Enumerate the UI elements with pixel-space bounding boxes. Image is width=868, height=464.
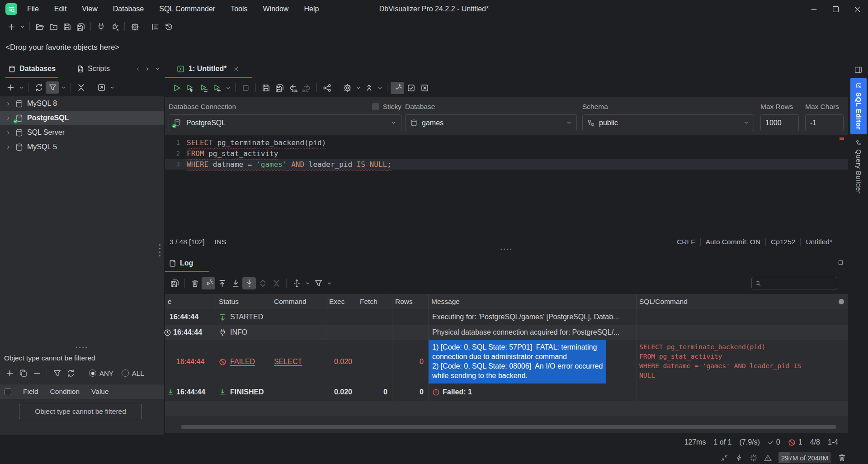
radio-any[interactable] <box>89 369 96 377</box>
expand-chevron-icon[interactable] <box>5 144 11 150</box>
close-tab-icon[interactable] <box>233 66 239 72</box>
selected-message-cell[interactable]: 1) [Code: 0, SQL State: 57P01] FATAL: te… <box>429 340 606 384</box>
merge-button[interactable] <box>362 82 376 94</box>
tree-item-mysql-5[interactable]: MySQL 5 <box>0 140 164 154</box>
database-select[interactable]: games <box>405 114 577 131</box>
check-square-button[interactable] <box>404 82 418 94</box>
log-splitter-handle[interactable]: ···· <box>165 245 848 253</box>
col-header-command[interactable]: Command <box>271 294 326 309</box>
x-square-button[interactable] <box>418 82 431 94</box>
tab-list-icon[interactable] <box>155 66 160 72</box>
chevron-down-button[interactable] <box>376 82 384 94</box>
play-list-button[interactable] <box>197 82 210 94</box>
save-all-button[interactable] <box>273 82 286 94</box>
refresh-button[interactable] <box>64 367 77 379</box>
max-chars-input[interactable] <box>805 114 844 131</box>
shrink-icon[interactable] <box>721 454 728 462</box>
menu-view[interactable]: View <box>82 5 97 13</box>
sticky-checkbox[interactable] <box>372 103 379 110</box>
chevron-down-button[interactable] <box>325 277 333 289</box>
gear-button[interactable] <box>128 21 142 33</box>
tree-item-sql-server[interactable]: SQL Server <box>0 125 164 140</box>
chevron-down-button[interactable] <box>303 277 311 289</box>
maximize-button[interactable] <box>825 0 846 18</box>
filter-button[interactable] <box>311 277 325 289</box>
menu-sql-commander[interactable]: SQL Commander <box>159 5 215 13</box>
play-wave-button[interactable] <box>210 82 224 94</box>
tab-databases[interactable]: Databases <box>5 59 58 78</box>
play-cursor-button[interactable] <box>183 82 197 94</box>
col-header-sqlcommand[interactable]: SQL/Command <box>637 294 848 309</box>
save-all-button[interactable] <box>74 21 87 33</box>
run-commit-button[interactable] <box>391 82 404 94</box>
menu-window[interactable]: Window <box>263 5 289 13</box>
expand-button[interactable] <box>256 277 269 289</box>
filter-row-checkbox[interactable] <box>5 388 11 395</box>
tab-sql-editor-side[interactable]: SQL Editor <box>850 78 867 134</box>
arrow-up-line-button[interactable] <box>215 277 229 289</box>
log-row-finished[interactable]: 16:44:44 FINISHED 0.020 0 0 Failed: 1 <box>165 384 848 401</box>
scrollbar-thumb[interactable] <box>181 425 836 429</box>
tree-item-mysql-8[interactable]: MySQL 8 <box>0 96 164 111</box>
tab-query-builder-side[interactable]: Query Builder <box>850 135 867 198</box>
tab-untitled-1[interactable]: 1: Untitled* <box>165 59 244 78</box>
col-header-e[interactable]: e <box>165 294 216 309</box>
maximize-panel-icon[interactable] <box>838 260 844 265</box>
favorites-drop-area[interactable]: <Drop your favorite objects here> <box>0 35 868 59</box>
memory-indicator[interactable]: 297M of 2048M <box>778 452 831 463</box>
col-header-message[interactable]: Message <box>429 294 637 309</box>
plug-button[interactable] <box>94 21 108 33</box>
expand-chevron-icon[interactable] <box>5 101 11 107</box>
save-button[interactable] <box>259 82 273 94</box>
col-header-fetch[interactable]: Fetch <box>357 294 392 309</box>
arrow-down-dot-button[interactable] <box>242 277 256 289</box>
menu-edit[interactable]: Edit <box>54 5 67 13</box>
scroll-tabs-left-icon[interactable] <box>135 66 141 72</box>
connection-select[interactable]: PostgreSQL <box>169 114 401 131</box>
play-button[interactable] <box>170 82 183 94</box>
expand-chevron-icon[interactable] <box>5 130 11 136</box>
collapse-button[interactable] <box>269 277 283 289</box>
sidebar-splitter-handle[interactable]: ···· <box>0 343 164 351</box>
tree-item-postgresql[interactable]: PostgreSQL <box>0 111 164 125</box>
col-header-exec[interactable]: Exec <box>326 294 357 309</box>
sort-button[interactable] <box>148 21 162 33</box>
close-button[interactable] <box>846 0 868 18</box>
chevron-down-button[interactable] <box>17 81 25 94</box>
error-stripe-mark[interactable] <box>840 137 844 140</box>
col-header-status[interactable]: Status <box>216 294 271 309</box>
lightning-icon[interactable] <box>735 454 743 462</box>
plus-button[interactable] <box>4 81 17 94</box>
minus-button[interactable] <box>30 367 43 379</box>
log-row-started[interactable]: 16:44:44 STARTED Executing for: 'Postgre… <box>165 309 848 325</box>
save-all-button[interactable] <box>168 277 181 289</box>
chevron-down-button[interactable] <box>224 82 232 94</box>
horizontal-scrollbar[interactable] <box>181 425 836 429</box>
folder-open-button[interactable] <box>33 21 47 33</box>
gc-trash-icon[interactable] <box>838 454 846 462</box>
folder-new-button[interactable] <box>47 21 60 33</box>
share-button[interactable] <box>320 82 334 94</box>
stop-button[interactable] <box>239 82 252 94</box>
tab-scripts[interactable]: Scripts <box>74 59 113 78</box>
tab-log[interactable]: Log <box>165 254 198 272</box>
filter-button[interactable] <box>50 367 64 379</box>
col-header-rows[interactable]: Rows <box>392 294 429 309</box>
chevron-down-button[interactable] <box>354 82 362 94</box>
menu-tools[interactable]: Tools <box>231 5 247 13</box>
copy-button[interactable] <box>16 367 30 379</box>
open-new-button[interactable] <box>94 81 108 94</box>
gear-button[interactable] <box>340 82 354 94</box>
arrow-down-line-button[interactable] <box>229 277 242 289</box>
sql-editor[interactable]: 1 SELECT pg_terminate_backend(pid) 2 FRO… <box>165 135 848 234</box>
log-row-info[interactable]: 16:44:44 INFO Physical database connecti… <box>165 325 848 340</box>
save-button[interactable] <box>60 21 74 33</box>
filter-disabled-button[interactable]: Object type cannot be filtered <box>19 404 142 419</box>
log-row-failed[interactable]: 16:44:44 FAILED SELECT 0.020 0 1) [Code:… <box>165 340 848 384</box>
refresh-button[interactable] <box>32 81 46 94</box>
log-search-input[interactable] <box>764 279 834 287</box>
warning-icon[interactable] <box>764 454 772 462</box>
chevron-down-button[interactable] <box>108 81 116 94</box>
schema-select[interactable]: public <box>582 114 754 131</box>
scroll-tabs-right-icon[interactable] <box>145 66 151 72</box>
